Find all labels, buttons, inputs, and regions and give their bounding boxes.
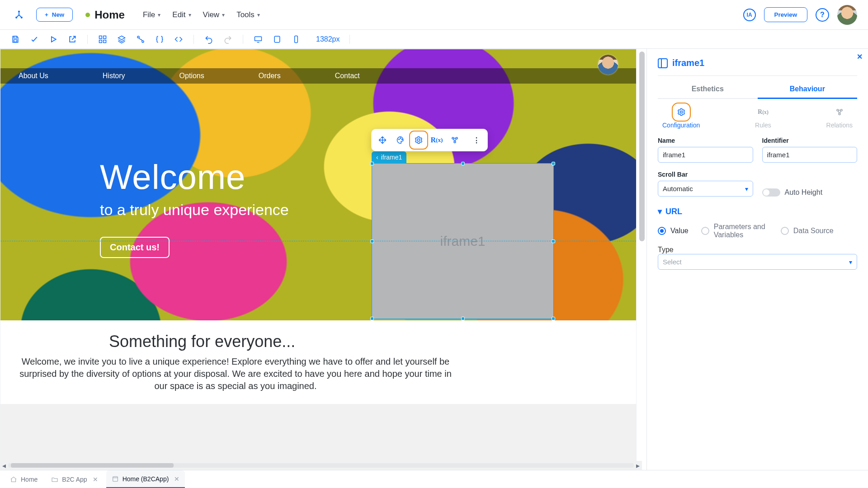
main: About Us History Options Orders Contact … [0,49,868,470]
url-radio-group: Value Parameters and Variables Data Sour… [658,223,857,239]
guide-horizontal [0,241,636,241]
components-icon[interactable] [97,34,108,45]
svg-point-18 [417,139,420,141]
device-tablet-icon[interactable] [272,34,283,45]
close-icon[interactable]: ✕ [93,476,98,483]
auto-height-toggle[interactable] [762,188,780,197]
connections-icon[interactable] [135,34,146,45]
svg-point-22 [680,111,682,113]
menu-file[interactable]: File▾ [143,10,160,19]
avatar-face [837,5,857,25]
menu-edit[interactable]: Edit▾ [172,10,191,19]
logo-icon [11,7,27,23]
type-select[interactable]: Select ▾ [658,254,857,270]
svg-point-17 [402,139,403,140]
header-right: IA Preview ? [743,5,857,25]
preview-button[interactable]: Preview [764,7,807,22]
save-icon[interactable] [10,34,21,45]
scrollbar-thumb[interactable] [11,463,174,468]
tab-esthetics[interactable]: Esthetics [658,80,758,98]
rules-rx-icon[interactable]: R(x) [429,132,445,148]
canvas[interactable]: About Us History Options Orders Contact … [0,49,637,470]
settings-gear-icon[interactable] [410,132,427,148]
more-menu-icon[interactable]: ⋮ [468,132,485,148]
braces-icon[interactable] [154,34,165,45]
type-placeholder: Select [663,258,682,266]
tab-b2c-app[interactable]: B2C App ✕ [46,470,103,488]
open-external-icon[interactable] [67,34,78,45]
svg-rect-7 [104,36,106,38]
menu-tools[interactable]: Tools▾ [236,10,260,19]
below-hero: Something for everyone... Welcome, we in… [0,320,636,404]
tab-home[interactable]: Home [5,470,43,488]
palette-icon[interactable] [392,132,409,148]
radio-value[interactable]: Value [658,227,689,235]
scrollbar-track[interactable] [8,463,634,468]
cta-button[interactable]: Contact us! [100,237,170,258]
separator [349,35,350,44]
auto-height-label: Auto Height [785,188,823,197]
app-header: + New Home File▾ Edit▾ View▾ Tools▾ IA P… [0,0,868,30]
device-phone-icon[interactable] [291,34,302,45]
name-label: Name [658,137,753,144]
canvas-size: 1382px [316,35,340,43]
tab-home-b2capp[interactable]: Home (B2CApp) ✕ [106,470,185,488]
radio-icon [701,227,709,235]
folder-icon [51,476,58,483]
element-mini-toolbar: R(x) ⋮ [371,129,488,151]
subtab-configuration[interactable]: Configuration [662,105,700,129]
inspector-form: Name Identifier Scroll Bar Automatic ▾ A… [658,137,857,197]
separator [243,35,243,44]
separator [193,35,194,44]
code-icon[interactable] [173,34,184,45]
svg-rect-8 [99,40,102,42]
svg-point-21 [454,141,456,143]
canvas-horizontal-scrollbar[interactable]: ◂ ▸ [0,461,642,470]
undo-icon[interactable] [203,34,214,45]
resize-handle[interactable] [552,317,555,320]
move-icon[interactable] [374,132,391,148]
subtab-rules[interactable]: R(x) Rules [755,105,771,129]
scrollbar-select[interactable]: Automatic ▾ [658,181,753,197]
section-heading: Something for everyone... [109,332,623,351]
device-desktop-icon[interactable] [253,34,264,45]
identifier-input[interactable] [762,147,858,163]
check-icon[interactable] [29,34,40,45]
scrollbar-thumb[interactable] [639,52,645,241]
plus-icon: + [45,11,48,18]
resize-handle[interactable] [461,317,465,320]
inspector-title-label: iframe1 [672,58,704,68]
resize-handle[interactable] [461,162,465,165]
menu-view[interactable]: View▾ [203,10,225,19]
relations-icon[interactable] [447,132,463,148]
help-icon[interactable]: ? [816,8,829,22]
close-icon[interactable]: ✕ [857,52,863,61]
play-icon[interactable] [48,34,59,45]
ia-badge-icon[interactable]: IA [743,9,756,21]
resize-handle[interactable] [552,162,555,165]
user-avatar[interactable] [837,5,857,25]
layers-icon[interactable] [116,34,127,45]
scroll-right-icon[interactable]: ▸ [634,461,642,470]
scroll-left-icon[interactable]: ◂ [0,461,8,470]
iframe-type-icon [658,58,668,68]
subtab-relations[interactable]: Relations [826,105,853,129]
scrollbar-selected-value: Automatic [663,185,693,192]
resize-handle[interactable] [370,162,374,165]
svg-rect-6 [99,36,102,38]
svg-point-15 [399,139,400,140]
close-icon[interactable]: ✕ [174,475,179,483]
chevron-down-icon: ▾ [189,12,191,18]
chevron-down-icon: ▾ [849,258,852,266]
radio-datasource[interactable]: Data Source [781,227,834,235]
selection-chip[interactable]: ‹ iframe1 [372,151,406,163]
canvas-vertical-scrollbar[interactable] [637,49,646,470]
new-button[interactable]: + New [36,8,73,22]
radio-params[interactable]: Parameters and Variables [701,223,768,239]
svg-rect-14 [295,36,298,42]
url-section: ▾ URL Value Parameters and Variables Dat… [658,206,857,270]
resize-handle[interactable] [370,317,374,320]
tab-behaviour[interactable]: Behaviour [758,80,858,99]
name-input[interactable] [658,147,753,163]
redo-icon[interactable] [222,34,233,45]
